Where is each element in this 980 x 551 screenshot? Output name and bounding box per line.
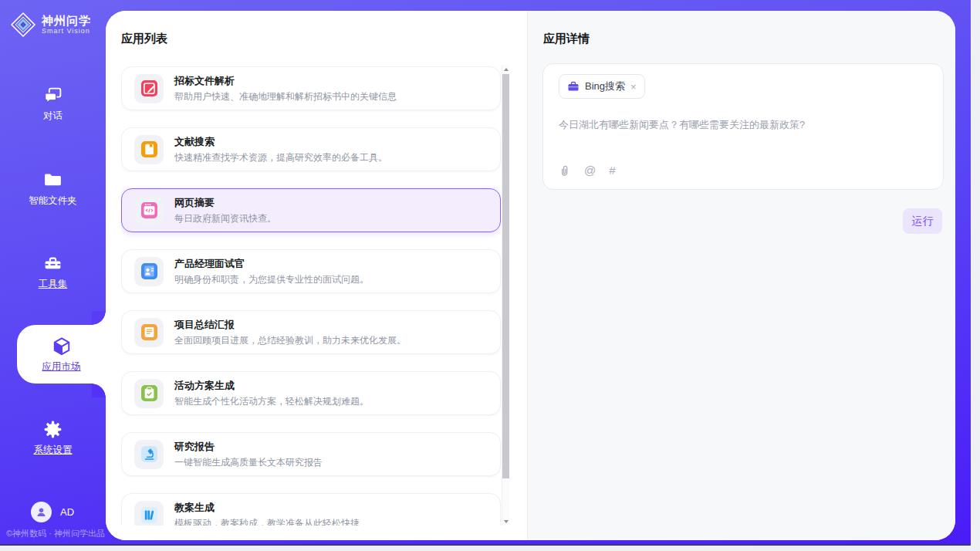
sidebar-item-folder[interactable]: 智能文件夹	[0, 170, 106, 208]
sidebar-item-label: 系统设置	[0, 444, 106, 457]
scrollbar[interactable]	[502, 65, 509, 526]
app-card-name: 项目总结汇报	[174, 319, 406, 330]
gear-icon	[0, 419, 106, 440]
app-card-desc: 快速精准查找学术资源，提高研究效率的必备工具。	[174, 152, 387, 163]
app-card[interactable]: 文献搜索快速精准查找学术资源，提高研究效率的必备工具。	[121, 127, 501, 171]
app-card-name: 文献搜索	[174, 136, 387, 147]
sidebar-item-cube[interactable]: 应用市场	[17, 325, 106, 384]
cube-icon	[17, 336, 106, 357]
run-button[interactable]: 运行	[903, 208, 942, 234]
browser-icon	[134, 196, 164, 225]
scroll-down-button[interactable]	[502, 517, 509, 526]
app-window: 神州问学 Smart Vision 对话智能文件夹工具集应用市场系统设置 AD …	[0, 0, 971, 546]
tool-chip-label: Bing搜索	[585, 79, 625, 93]
app-card-name: 招标文件解析	[174, 75, 397, 86]
tool-chip-bing-search[interactable]: Bing搜索 ×	[559, 74, 645, 99]
app-list-title: 应用列表	[121, 32, 167, 46]
app-card-desc: 智能生成个性化活动方案，轻松解决规划难题。	[174, 396, 369, 407]
microscope-icon	[134, 440, 164, 469]
at-icon[interactable]: @	[584, 164, 596, 177]
app-card[interactable]: 项目总结汇报全面回顾项目进展，总结经验教训，助力未来优化发展。	[121, 310, 501, 354]
sidebar-item-chat[interactable]: 对话	[0, 85, 106, 123]
active-tab-fillet-bottom	[92, 384, 106, 397]
paperclip-icon[interactable]	[558, 164, 571, 177]
briefcase-icon	[567, 80, 580, 93]
app-card-desc: 每日政府新闻资讯快查。	[174, 213, 276, 224]
app-detail-title: 应用详情	[543, 32, 590, 46]
clipboard-check-icon	[134, 379, 164, 408]
app-card[interactable]: 产品经理面试官明确身份和职责，为您提供专业性的面试问题。	[121, 249, 501, 293]
username: AD	[60, 506, 74, 518]
app-card-desc: 明确身份和职责，为您提供专业性的面试问题。	[174, 274, 369, 285]
app-card-name: 活动方案生成	[174, 380, 369, 391]
active-tab-fillet-top	[92, 311, 106, 325]
copyright-text: ©神州数码 · 神州问学出品	[6, 528, 105, 539]
app-card[interactable]: 研究报告一键智能生成高质量长文本研究报告	[121, 432, 501, 476]
brand-subtitle: Smart Vision	[42, 27, 91, 35]
sidebar-item-label: 工具集	[0, 278, 106, 291]
sidebar-item-label: 对话	[0, 110, 106, 123]
app-card-name: 网页摘要	[174, 197, 276, 208]
sidebar-item-label: 应用市场	[17, 360, 106, 374]
sidebar-item-toolbox[interactable]: 工具集	[0, 253, 106, 291]
scroll-up-button[interactable]	[502, 65, 509, 73]
chip-close-icon[interactable]: ×	[630, 82, 637, 92]
notepad-icon	[134, 318, 164, 347]
app-card[interactable]: 网页摘要每日政府新闻资讯快查。	[121, 188, 501, 232]
folder-icon	[0, 170, 106, 191]
diamond-logo-icon	[10, 12, 36, 38]
person-icon	[34, 505, 49, 519]
brand-name: 神州问学	[42, 15, 91, 27]
query-text[interactable]: 今日湖北有哪些新闻要点？有哪些需要关注的最新政策?	[559, 117, 928, 132]
main-panel: 应用列表 招标文件解析帮助用户快速、准确地理解和解析招标书中的关键信息文献搜索快…	[106, 11, 955, 540]
input-toolbar: @ #	[558, 164, 616, 177]
hash-icon[interactable]: #	[609, 164, 615, 177]
avatar	[31, 502, 52, 522]
app-card-desc: 全面回顾项目进展，总结经验教训，助力未来优化发展。	[174, 335, 406, 346]
app-card[interactable]: 活动方案生成智能生成个性化活动方案，轻松解决规划难题。	[121, 371, 501, 415]
app-list: 招标文件解析帮助用户快速、准确地理解和解析招标书中的关键信息文献搜索快速精准查找…	[121, 65, 501, 526]
brand-logo: 神州问学 Smart Vision	[10, 12, 103, 38]
sidebar-item-label: 智能文件夹	[0, 194, 106, 208]
books-icon	[134, 501, 164, 526]
toolbox-icon	[0, 253, 106, 274]
pen-icon	[134, 74, 164, 103]
app-card-desc: 帮助用户快速、准确地理解和解析招标书中的关键信息	[174, 91, 397, 102]
app-card-desc: 模板驱动，教案秒成，教学准备从此轻松快捷	[174, 518, 360, 526]
user-account[interactable]: AD	[31, 502, 74, 522]
interview-icon	[134, 257, 164, 286]
book-icon	[134, 135, 164, 164]
app-card-name: 产品经理面试官	[174, 258, 369, 269]
app-card[interactable]: 教案生成模板驱动，教案秒成，教学准备从此轻松快捷	[121, 493, 501, 526]
app-list-pane: 应用列表 招标文件解析帮助用户快速、准确地理解和解析招标书中的关键信息文献搜索快…	[106, 11, 527, 540]
prompt-input-card[interactable]: Bing搜索 × 今日湖北有哪些新闻要点？有哪些需要关注的最新政策? @ #	[542, 63, 944, 190]
app-detail-pane: 应用详情 Bing搜索 × 今日湖北有哪些新闻要点？有哪些需要关注的最新政策?	[527, 11, 955, 540]
app-card-desc: 一键智能生成高质量长文本研究报告	[174, 457, 323, 468]
chat-icon	[0, 85, 106, 106]
scroll-thumb[interactable]	[502, 74, 509, 478]
sidebar-item-gear[interactable]: 系统设置	[0, 419, 106, 457]
app-card[interactable]: 招标文件解析帮助用户快速、准确地理解和解析招标书中的关键信息	[121, 66, 501, 110]
app-card-name: 教案生成	[174, 502, 360, 513]
app-card-name: 研究报告	[174, 441, 323, 452]
